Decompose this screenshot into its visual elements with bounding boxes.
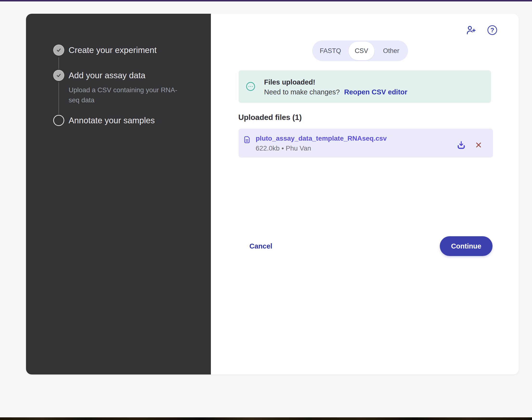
- step-1-label: Create your experiment: [69, 44, 157, 56]
- help-icon: ?: [488, 25, 497, 35]
- header-actions: ?: [465, 25, 497, 36]
- step-connector: [58, 57, 59, 69]
- tab-fastq[interactable]: FASTQ: [312, 41, 349, 61]
- download-file-button[interactable]: [456, 140, 467, 150]
- wizard-modal: Create your experiment Add your assay da…: [26, 14, 519, 375]
- help-glyph: ?: [490, 27, 494, 33]
- remove-file-button[interactable]: [474, 141, 483, 149]
- continue-button[interactable]: Continue: [440, 236, 492, 256]
- upload-success-banner: Files uploaded! Need to make changes? Re…: [239, 70, 491, 103]
- banner-title: Files uploaded!: [264, 77, 315, 87]
- banner-message-text: Need to make changes?: [264, 88, 340, 96]
- help-button[interactable]: ?: [488, 25, 497, 35]
- uploaded-file-link[interactable]: pluto_assay_data_template_RNAseq.csv: [256, 134, 387, 143]
- banner-message: Need to make changes? Reopen CSV editor: [264, 87, 407, 97]
- download-icon: [456, 140, 467, 150]
- stepper-sidebar: Create your experiment Add your assay da…: [26, 14, 211, 375]
- uploaded-files-heading: Uploaded files (1): [238, 113, 302, 122]
- step-2-check-icon: [53, 70, 64, 81]
- uploaded-file-row: pluto_assay_data_template_RNAseq.csv 622…: [239, 129, 493, 157]
- add-user-icon: [465, 25, 476, 36]
- reopen-csv-editor-link[interactable]: Reopen CSV editor: [344, 88, 407, 96]
- step-1-check-icon: [53, 45, 64, 56]
- cancel-button[interactable]: Cancel: [249, 241, 272, 251]
- tab-csv[interactable]: CSV: [349, 42, 374, 60]
- step-2-label: Add your assay data: [69, 69, 145, 81]
- file-type-tabs: FASTQ CSV Other: [312, 41, 408, 61]
- add-user-button[interactable]: [465, 25, 476, 36]
- step-2-description: Upload a CSV containing your RNA-seq dat…: [69, 85, 185, 105]
- tab-other[interactable]: Other: [374, 41, 408, 61]
- desktop-wallpaper-strip: [0, 417, 532, 420]
- close-icon: [474, 141, 483, 149]
- ellipsis-circle-icon: [245, 81, 256, 93]
- uploaded-file-meta: 622.0kb • Phu Van: [256, 144, 311, 153]
- continue-button-label: Continue: [451, 242, 481, 250]
- step-3-label: Annotate your samples: [69, 114, 155, 126]
- page: Create your experiment Add your assay da…: [0, 0, 532, 420]
- top-accent-bar: [0, 0, 532, 1]
- document-icon: [243, 135, 251, 146]
- step-3-circle-icon: [53, 115, 64, 126]
- step-connector: [58, 82, 59, 114]
